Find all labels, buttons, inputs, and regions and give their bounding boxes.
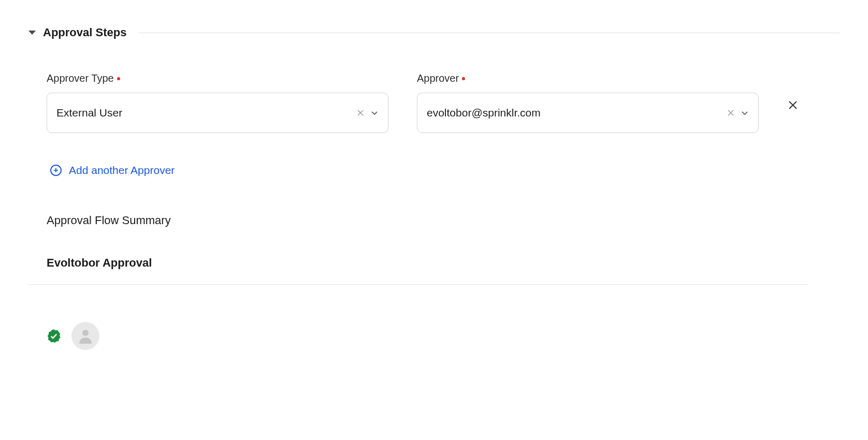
label-text: Approver xyxy=(417,72,459,84)
label-text: Approver Type xyxy=(47,72,114,84)
verified-badge-icon xyxy=(47,329,61,343)
approver-value: evoltobor@sprinklr.com xyxy=(427,107,727,119)
approver-label: Approver xyxy=(417,72,759,84)
approver-type-group: Approver Type External User xyxy=(47,72,388,133)
add-approver-label: Add another Approver xyxy=(69,164,175,177)
approver-type-select[interactable]: External User xyxy=(47,93,388,133)
required-indicator-icon xyxy=(462,77,465,80)
clear-icon[interactable] xyxy=(727,109,734,116)
collapse-caret-icon[interactable] xyxy=(28,31,36,35)
plus-circle-icon: + xyxy=(50,165,62,176)
approver-type-label: Approver Type xyxy=(47,72,388,84)
approver-type-value: External User xyxy=(56,107,357,119)
section-title: Approval Steps xyxy=(43,26,126,39)
approver-avatar xyxy=(71,322,99,350)
chevron-down-icon[interactable] xyxy=(741,109,749,117)
approver-group: Approver evoltobor@sprinklr.com xyxy=(417,72,759,133)
approval-name: Evoltobor Approval xyxy=(28,256,808,285)
divider xyxy=(139,33,840,33)
add-approver-button[interactable]: + Add another Approver xyxy=(28,164,840,177)
select-actions xyxy=(357,109,379,117)
clear-icon[interactable] xyxy=(357,109,364,116)
chevron-down-icon[interactable] xyxy=(370,109,379,117)
svg-point-0 xyxy=(82,330,89,336)
approver-select[interactable]: evoltobor@sprinklr.com xyxy=(417,93,759,133)
approver-avatar-row xyxy=(28,322,840,350)
summary-title: Approval Flow Summary xyxy=(28,214,840,227)
remove-row-icon[interactable] xyxy=(787,99,814,111)
select-actions xyxy=(727,109,749,117)
approver-row: Approver Type External User Approver evo… xyxy=(28,72,840,133)
section-header: Approval Steps xyxy=(28,26,840,39)
required-indicator-icon xyxy=(117,77,120,80)
